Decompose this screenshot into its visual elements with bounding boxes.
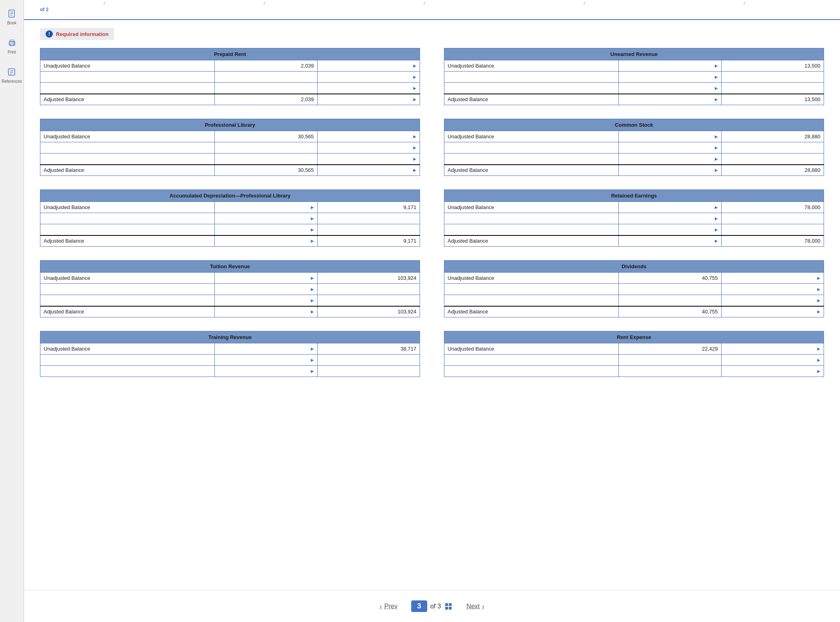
empty-debit2[interactable] [619,366,721,377]
unadj-credit[interactable]: 9,171 [317,202,420,213]
empty-credit[interactable] [317,72,420,83]
unadj-debit[interactable] [619,131,721,142]
unadj-credit[interactable]: 103,924 [317,273,420,284]
empty-debit[interactable] [619,142,721,154]
unadj-credit[interactable] [317,60,420,72]
empty-label [40,142,215,154]
unadj-credit[interactable]: 78,000 [721,202,824,213]
adj-credit[interactable]: 103,924 [317,306,420,317]
empty-credit2[interactable] [317,83,420,94]
unadj-debit[interactable]: 30,565 [215,131,317,142]
unadj-credit[interactable] [721,273,824,284]
adj-credit[interactable] [721,306,824,317]
empty-label2 [444,295,619,306]
unadj-debit[interactable]: 40,755 [619,273,721,284]
grid-icon[interactable] [444,602,453,611]
empty-credit2[interactable] [721,295,824,306]
empty-credit2[interactable] [317,366,420,377]
empty-credit[interactable] [317,142,420,154]
adj-debit[interactable] [215,306,317,317]
empty-debit2[interactable] [215,154,317,165]
unadj-credit[interactable] [317,131,420,142]
empty-credit2[interactable] [721,224,824,235]
account-prepaid-rent: Prepaid Rent Unadjusted Balance 2,039 [40,48,420,111]
unadj-credit[interactable]: 28,880 [721,131,824,142]
account-title-rent-expense: Rent Expense [444,331,824,343]
table-row [40,366,420,377]
empty-credit2[interactable] [317,295,420,306]
page-of-text: of 3 [430,603,441,610]
empty-credit[interactable] [721,72,824,83]
adj-credit[interactable] [317,94,420,105]
empty-debit[interactable] [619,72,721,83]
adj-credit[interactable] [317,165,420,176]
empty-credit2[interactable] [317,154,420,165]
empty-credit[interactable] [317,355,420,366]
empty-debit[interactable] [619,284,721,295]
empty-debit2[interactable] [215,83,317,94]
sidebar-item-print[interactable]: Print [6,37,18,54]
unadj-credit[interactable]: 38,717 [317,343,420,355]
adj-debit[interactable]: 2,039 [215,94,317,105]
empty-credit[interactable] [721,284,824,295]
empty-debit2[interactable] [619,224,721,235]
account-title-unearned-revenue: Unearned Revenue [444,48,824,60]
adj-credit[interactable]: 78,000 [721,235,824,247]
prev-button[interactable]: ‹ Prev [374,600,403,612]
table-row [40,284,420,295]
unadj-debit[interactable] [619,60,721,72]
empty-debit[interactable] [215,284,317,295]
adj-debit[interactable] [215,235,317,247]
empty-credit2[interactable] [721,154,824,165]
empty-label [444,213,619,224]
t-account-rent-expense: Rent Expense Unadjusted Balance 22,429 [444,331,824,377]
adj-credit[interactable]: 9,171 [317,235,420,247]
empty-debit2[interactable] [215,295,317,306]
unadj-debit[interactable] [619,202,721,213]
empty-debit2[interactable] [619,295,721,306]
adj-credit[interactable]: 13,500 [721,94,824,105]
adj-debit[interactable]: 30,565 [215,165,317,176]
empty-credit[interactable] [317,213,420,224]
unadj-debit[interactable] [215,202,317,213]
unadj-debit[interactable]: 22,429 [619,343,721,355]
empty-credit[interactable] [317,284,420,295]
adj-debit[interactable] [619,165,721,176]
empty-label2 [40,295,215,306]
empty-debit[interactable] [215,355,317,366]
account-accum-dep-prof-lib: Accumulated Depreciation—Professional Li… [40,189,420,252]
next-button[interactable]: Next › [461,600,490,612]
empty-credit2[interactable] [721,83,824,94]
unadj-credit[interactable] [721,343,824,355]
adj-debit[interactable]: 40,755 [619,306,721,317]
empty-debit[interactable] [215,72,317,83]
empty-credit2[interactable] [317,224,420,235]
adj-credit[interactable]: 28,880 [721,165,824,176]
unadj-label: Unadjusted Balance [444,273,619,284]
empty-debit[interactable] [619,213,721,224]
adj-label: Adjusted Balance [444,94,619,105]
empty-debit[interactable] [215,142,317,154]
unadj-label: Unadjusted Balance [40,131,215,142]
empty-credit[interactable] [721,355,824,366]
empty-credit2[interactable] [721,366,824,377]
unadj-debit[interactable] [215,343,317,355]
empty-debit[interactable] [619,355,721,366]
empty-debit2[interactable] [215,366,317,377]
table-row: Unadjusted Balance 103,924 [40,273,420,284]
adj-debit[interactable] [619,235,721,247]
empty-debit2[interactable] [215,224,317,235]
sidebar-item-references[interactable]: References [2,66,22,84]
table-row [444,224,824,235]
chevron-left-icon: ‹ [380,603,382,610]
empty-credit[interactable] [721,142,824,154]
unadj-credit[interactable]: 13,500 [721,60,824,72]
empty-credit[interactable] [721,213,824,224]
unadj-debit[interactable]: 2,039 [215,60,317,72]
adj-debit[interactable] [619,94,721,105]
empty-debit2[interactable] [619,154,721,165]
empty-debit[interactable] [215,213,317,224]
empty-debit2[interactable] [619,83,721,94]
unadj-debit[interactable] [215,273,317,284]
sidebar-item-book[interactable]: Book [6,8,18,25]
